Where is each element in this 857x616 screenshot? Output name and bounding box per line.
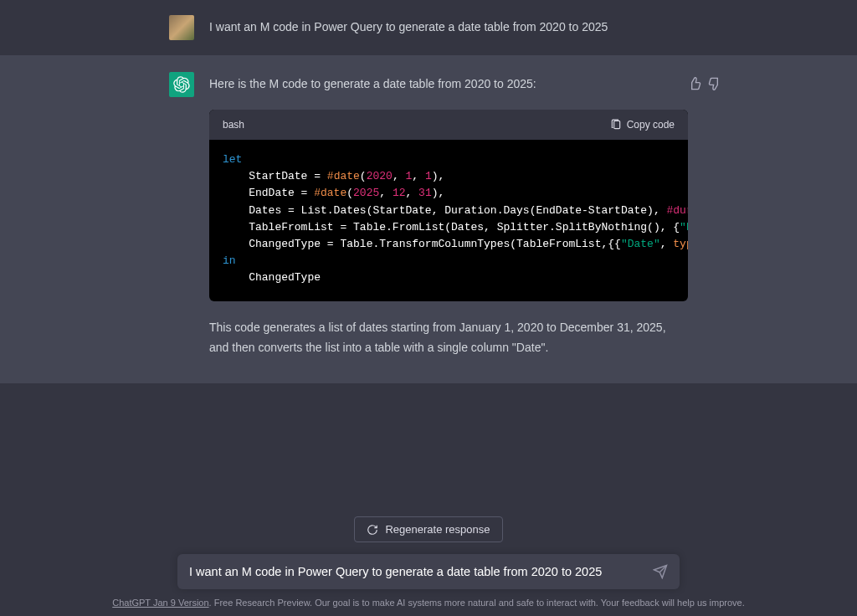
code-language-label: bash <box>223 116 244 133</box>
assistant-avatar <box>169 72 194 97</box>
assistant-message-row: Here is the M code to generate a date ta… <box>0 55 857 383</box>
footer-text: ChatGPT Jan 9 Version. Free Research Pre… <box>112 598 745 608</box>
user-message-row: I want an M code in Power Query to gener… <box>0 0 857 55</box>
code-content: let StartDate = #date(2020, 1, 1), EndDa… <box>209 140 688 301</box>
message-input[interactable] <box>189 565 653 578</box>
clipboard-icon <box>610 119 622 131</box>
bottom-area: Regenerate response ChatGPT Jan 9 Versio… <box>0 505 857 616</box>
message-input-container[interactable] <box>177 554 680 589</box>
thumbs-up-icon[interactable] <box>688 77 701 90</box>
user-message-text: I want an M code in Power Query to gener… <box>209 15 688 40</box>
regenerate-label: Regenerate response <box>385 523 490 536</box>
openai-logo-icon <box>173 76 190 93</box>
svg-rect-0 <box>613 121 619 128</box>
user-avatar <box>169 15 194 40</box>
feedback-buttons <box>688 77 721 90</box>
code-block: bash Copy code let StartDate = #date(202… <box>209 110 688 302</box>
copy-code-label: Copy code <box>627 116 675 133</box>
send-icon[interactable] <box>653 564 668 579</box>
copy-code-button[interactable]: Copy code <box>610 116 675 133</box>
version-link[interactable]: ChatGPT Jan 9 Version <box>112 598 208 608</box>
assistant-outro-text: This code generates a list of dates star… <box>209 318 688 358</box>
regenerate-button[interactable]: Regenerate response <box>354 516 502 542</box>
assistant-intro-text: Here is the M code to generate a date ta… <box>209 74 688 95</box>
refresh-icon <box>367 524 378 536</box>
footer-disclaimer: . Free Research Preview. Our goal is to … <box>209 598 745 608</box>
thumbs-down-icon[interactable] <box>708 77 721 90</box>
